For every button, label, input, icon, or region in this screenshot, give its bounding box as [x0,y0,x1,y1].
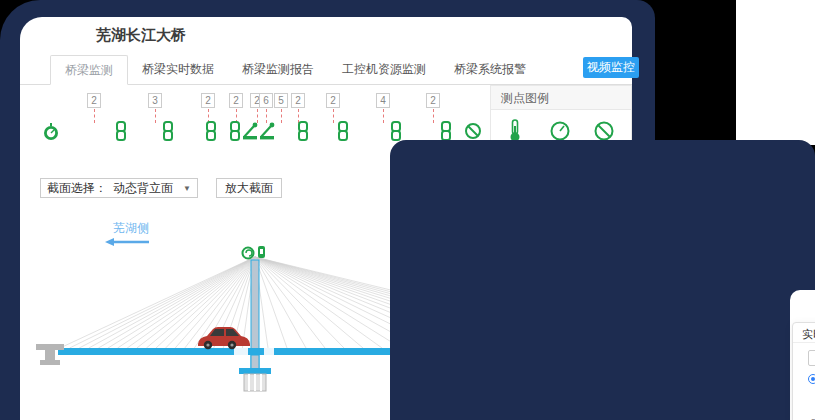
no-entry-icon[interactable] [464,121,482,141]
badge-pointer-line [433,109,434,123]
sensor-count-badge: 2 [87,93,101,108]
realtime-curve-dialog: 实时曲线 × 实时曲线图监控回放 最近两个月 - 查询 [792,322,815,420]
enlarge-section-button[interactable]: 放大截面 [216,178,282,198]
badge-pointer-line [333,109,334,123]
sensor-count-badge: 5 [274,93,288,108]
stopwatch-icon[interactable] [42,121,60,141]
dialog-tab-1[interactable]: 实时曲线图 [808,350,815,366]
section-select-value: 动态背立面 [113,180,173,197]
chain-icon[interactable] [115,121,133,141]
legend-panel-title: 测点图例 [491,86,631,110]
section-select-row: 截面选择： 动态背立面 ▼ 放大截面 [40,178,282,198]
chain-icon[interactable] [390,121,408,141]
tab-2[interactable]: 桥梁实时数据 [128,55,228,85]
chain-icon[interactable] [162,121,180,141]
dialog-tabs: 实时曲线图监控回放 [808,350,815,366]
screenshot-canvas: 芜湖长江大桥 桥梁监测桥梁实时数据桥梁监测报告工控机资源监测桥梁系统报警 视频监… [0,0,815,420]
background-white-strip [736,0,815,145]
chain-icon[interactable] [337,121,355,141]
page-title: 芜湖长江大桥 [96,26,186,45]
sensor-count-badge: 3 [148,93,162,108]
sensor-count-badge: 2 [201,93,215,108]
badge-pointer-line [281,109,282,123]
recent-two-months-radio[interactable] [808,374,815,384]
lever-icon[interactable] [259,121,277,141]
bridge-pier-cap [239,368,271,374]
chain-icon[interactable] [297,121,315,141]
car [198,327,250,349]
tab-5[interactable]: 桥梁系统报警 [440,55,540,85]
bridge-side-label: 芜湖侧 [113,220,149,237]
dialog-header: 实时曲线 × [793,323,815,343]
sensor-count-badge: 6 [259,93,273,108]
section-select[interactable]: 截面选择： 动态背立面 ▼ [40,178,198,198]
tab-3[interactable]: 桥梁监测报告 [228,55,328,85]
modal-window: 例 温度 ( 9 ) 对比分析 对比分析 监测点列表 实时曲线 × [790,290,815,420]
dialog-title: 实时曲线 [802,327,815,342]
badge-pointer-line [155,109,156,123]
query-row: 最近两个月 - 查询 [808,371,815,389]
sensor-count-badge: 2 [229,93,243,108]
sensor-count-badge: 4 [376,93,390,108]
sensor-count-badge: 2 [326,93,340,108]
sensor-count-badge: 2 [291,93,305,108]
badge-pointer-line [383,109,384,123]
chevron-down-icon: ▼ [183,184,191,193]
lever-icon[interactable] [242,121,260,141]
bridge-pier [244,374,266,391]
tower-sensor-icons [243,246,266,259]
chain-icon[interactable] [440,121,458,141]
badge-pointer-line [94,109,95,123]
modal-window-frame: 例 温度 ( 9 ) 对比分析 对比分析 监测点列表 实时曲线 × [390,140,815,420]
chain-icon[interactable] [205,121,223,141]
video-monitor-button[interactable]: 视频监控 [583,57,639,78]
chart-legend[interactable]: 第七跨跨中振动 [793,392,815,406]
sensor-count-badge: 2 [426,93,440,108]
section-select-label: 截面选择： [47,180,107,197]
tab-1[interactable]: 桥梁监测 [50,55,128,85]
tab-4[interactable]: 工控机资源监测 [328,55,440,85]
back-tabs: 桥梁监测桥梁实时数据桥梁监测报告工控机资源监测桥梁系统报警 [20,55,632,85]
